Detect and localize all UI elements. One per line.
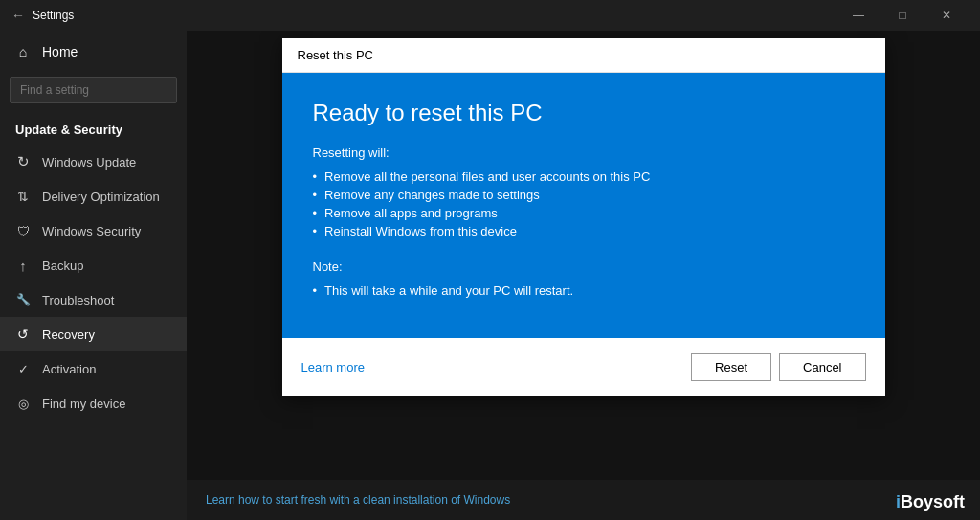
sidebar-section-title: Update & Security bbox=[0, 113, 187, 145]
dialog-overlay: Reset this PC Ready to reset this PC Res… bbox=[187, 31, 980, 520]
dialog-titlebar: Reset this PC bbox=[282, 38, 885, 73]
sidebar-label-recovery: Recovery bbox=[42, 328, 95, 342]
sidebar: Home Update & Security Windows Update De… bbox=[0, 31, 187, 520]
sidebar-item-find-my-device[interactable]: Find my device bbox=[0, 386, 187, 420]
sidebar-home-label: Home bbox=[42, 44, 78, 59]
sidebar-label-troubleshoot: Troubleshoot bbox=[42, 293, 114, 307]
resetting-will-label: Resetting will: bbox=[313, 146, 855, 160]
bullet-4: Reinstall Windows from this device bbox=[313, 222, 855, 240]
close-button[interactable]: ✕ bbox=[924, 0, 969, 31]
sidebar-label-windows-update: Windows Update bbox=[42, 155, 136, 170]
back-button[interactable]: ← bbox=[11, 8, 25, 23]
note-label: Note: bbox=[313, 260, 855, 274]
bullet-1: Remove all the personal files and user a… bbox=[313, 168, 855, 186]
sidebar-label-activation: Activation bbox=[42, 362, 96, 376]
app-title: Settings bbox=[33, 9, 74, 22]
bullet-2: Remove any changes made to settings bbox=[313, 186, 855, 204]
home-icon bbox=[15, 44, 31, 59]
sidebar-item-troubleshoot[interactable]: Troubleshoot bbox=[0, 283, 187, 317]
main-panel: Reset this PC Ready to reset this PC Res… bbox=[187, 31, 980, 520]
finddevice-icon bbox=[15, 396, 31, 411]
sidebar-item-backup[interactable]: Backup bbox=[0, 248, 187, 283]
dialog-content: Ready to reset this PC Resetting will: R… bbox=[282, 73, 885, 338]
recovery-icon bbox=[15, 327, 31, 342]
sidebar-label-security: Windows Security bbox=[42, 224, 141, 238]
iboysoft-logo: iBoysoft bbox=[896, 492, 965, 512]
reset-button[interactable]: Reset bbox=[691, 353, 771, 381]
sidebar-item-windows-security[interactable]: Windows Security bbox=[0, 214, 187, 248]
window-controls: — □ ✕ bbox=[836, 0, 969, 31]
note-bullets: This will take a while and your PC will … bbox=[313, 282, 855, 300]
bullet-3: Remove all apps and programs bbox=[313, 204, 855, 222]
bottom-bar: Learn how to start fresh with a clean in… bbox=[187, 480, 980, 520]
app-body: Home Update & Security Windows Update De… bbox=[0, 31, 980, 520]
sidebar-label-finddevice: Find my device bbox=[42, 396, 125, 411]
trouble-icon bbox=[15, 292, 31, 307]
dialog-footer: Learn more Reset Cancel bbox=[282, 338, 885, 396]
cancel-button[interactable]: Cancel bbox=[779, 353, 865, 381]
title-bar: ← Settings — □ ✕ bbox=[0, 0, 980, 31]
sidebar-label-backup: Backup bbox=[42, 259, 83, 273]
resetting-bullets: Remove all the personal files and user a… bbox=[313, 168, 855, 240]
learn-more-link[interactable]: Learn more bbox=[301, 360, 365, 374]
sidebar-item-recovery[interactable]: Recovery bbox=[0, 317, 187, 351]
note-bullet-1: This will take a while and your PC will … bbox=[313, 282, 855, 300]
security-icon bbox=[15, 223, 31, 238]
sidebar-item-activation[interactable]: Activation bbox=[0, 351, 187, 386]
sidebar-item-windows-update[interactable]: Windows Update bbox=[0, 145, 187, 179]
sidebar-label-delivery: Delivery Optimization bbox=[42, 190, 160, 204]
title-bar-left: ← Settings bbox=[11, 8, 74, 23]
reset-dialog: Reset this PC Ready to reset this PC Res… bbox=[282, 38, 885, 396]
dialog-title: Ready to reset this PC bbox=[313, 100, 855, 126]
dialog-buttons: Reset Cancel bbox=[691, 353, 865, 381]
sidebar-item-delivery-optimization[interactable]: Delivery Optimization bbox=[0, 179, 187, 214]
delivery-icon bbox=[15, 189, 31, 204]
backup-icon bbox=[15, 258, 31, 273]
activation-icon bbox=[15, 361, 31, 376]
bottom-bar-text[interactable]: Learn how to start fresh with a clean in… bbox=[206, 493, 510, 507]
sidebar-item-home[interactable]: Home bbox=[0, 31, 187, 73]
search-input[interactable] bbox=[10, 77, 177, 103]
maximize-button[interactable]: □ bbox=[880, 0, 924, 31]
update-icon bbox=[15, 154, 31, 170]
minimize-button[interactable]: — bbox=[836, 0, 880, 31]
